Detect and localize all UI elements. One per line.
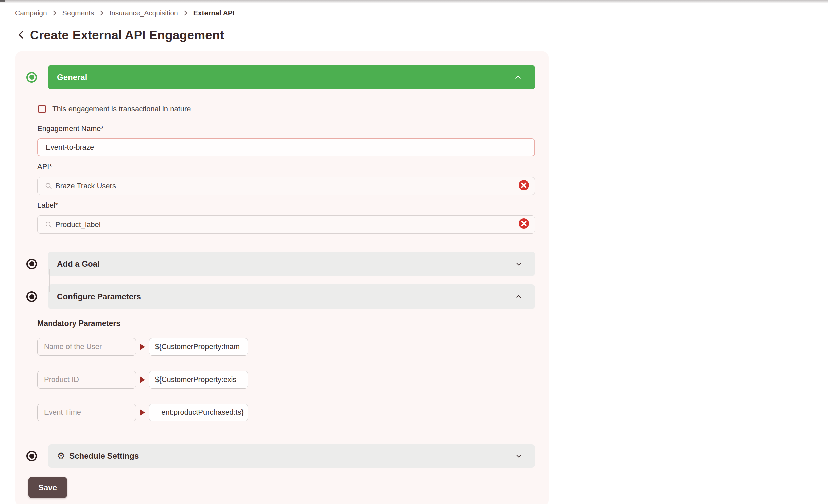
page-title: Create External API Engagement [30, 28, 224, 42]
circle-x-icon [518, 218, 529, 231]
api-clear-button[interactable] [518, 180, 529, 193]
general-step-rail [15, 72, 48, 83]
parameter-name-text: Event Time [44, 408, 81, 417]
transactional-checkbox-row: This engagement is transactional in natu… [37, 104, 535, 114]
parameter-value-input[interactable]: ${CustomerProperty:fnam [149, 338, 248, 356]
transactional-checkbox[interactable] [38, 105, 46, 113]
chevron-up-icon [515, 293, 522, 301]
general-section-header[interactable]: General [48, 65, 535, 89]
parameter-name-input[interactable]: Event Time [37, 404, 136, 421]
chevron-right-icon [184, 10, 188, 16]
breadcrumb: Campaign Segments Insurance_Acquisition … [0, 0, 828, 17]
schedule-section-row: ⚙ Schedule Settings [15, 444, 549, 468]
add-goal-section-row: Add a Goal [15, 252, 549, 276]
api-label: API* [37, 162, 535, 171]
radio-dot [30, 75, 34, 80]
label-field-label: Label* [37, 201, 535, 210]
schedule-step-radio[interactable] [27, 451, 37, 461]
parameter-value-input[interactable]: ${CustomerProperty:exis [149, 371, 248, 388]
chevron-left-icon [17, 29, 25, 41]
transactional-checkbox-label: This engagement is transactional in natu… [52, 105, 191, 113]
parameter-name-input[interactable]: Product ID [37, 371, 136, 388]
configure-parameters-section-row: Configure Parameters [15, 284, 549, 309]
chevron-up-icon [513, 73, 522, 82]
radio-dot [30, 261, 34, 266]
chevron-right-icon [99, 10, 104, 16]
parameter-row: Event Time ent:productPurchased:ts} [37, 403, 535, 421]
breadcrumb-insurance-acquisition[interactable]: Insurance_Acquisition [109, 9, 178, 17]
engagement-form-panel: General This engagement is transactional… [15, 51, 549, 504]
back-button[interactable] [17, 29, 25, 41]
chevron-down-icon [515, 260, 522, 268]
api-selected-value: Braze Track Users [55, 182, 116, 190]
search-icon [45, 182, 53, 190]
breadcrumb-external-api: External API [194, 9, 235, 17]
chevron-down-icon [515, 452, 522, 460]
add-goal-section-title: Add a Goal [57, 259, 99, 269]
label-select-input[interactable]: Product_label [37, 215, 535, 234]
add-goal-step-rail [15, 259, 48, 269]
label-selected-value: Product_label [55, 220, 100, 229]
engagement-name-value: Event-to-braze [46, 143, 94, 151]
arrow-right-icon [136, 376, 149, 383]
chevron-right-icon [53, 10, 57, 16]
parameter-name-text: Product ID [44, 375, 79, 384]
step-connector [15, 276, 549, 284]
mandatory-parameters-label: Mandatory Parameters [37, 319, 535, 328]
gear-clock-icon: ⚙ [57, 452, 65, 461]
breadcrumb-segments[interactable]: Segments [63, 9, 94, 17]
breadcrumb-campaign[interactable]: Campaign [15, 9, 47, 17]
configure-parameters-section-title: Configure Parameters [57, 292, 141, 302]
parameter-value-input[interactable]: ent:productPurchased:ts} [149, 404, 248, 421]
general-step-radio[interactable] [27, 72, 37, 83]
circle-x-icon [518, 180, 529, 193]
parameter-name-text: Name of the User [44, 342, 101, 351]
parameter-row: Product ID ${CustomerProperty:exis [37, 370, 535, 388]
add-goal-step-radio[interactable] [27, 259, 37, 269]
radio-dot [30, 294, 34, 300]
add-goal-section-header[interactable]: Add a Goal [48, 252, 535, 276]
general-section-title: General [57, 73, 87, 82]
engagement-name-input[interactable]: Event-to-braze [37, 138, 535, 156]
arrow-right-icon [136, 343, 149, 351]
schedule-section-title: Schedule Settings [69, 451, 139, 461]
engagement-name-label: Engagement Name* [37, 124, 535, 133]
general-section-row: General [15, 65, 549, 89]
parameter-value-text: ${CustomerProperty:fnam [155, 342, 240, 351]
parameter-value-text: ${CustomerProperty:exis [155, 375, 236, 384]
configure-parameters-step-rail [15, 291, 48, 302]
schedule-step-rail [15, 451, 48, 461]
parameter-name-input[interactable]: Name of the User [37, 338, 136, 356]
radio-dot [30, 454, 34, 459]
save-button[interactable]: Save [29, 477, 67, 498]
configure-parameters-step-radio[interactable] [27, 291, 37, 302]
label-clear-button[interactable] [518, 218, 529, 231]
parameter-value-text: ent:productPurchased:ts} [161, 408, 244, 417]
configure-parameters-section-header[interactable]: Configure Parameters [48, 284, 535, 309]
schedule-section-header[interactable]: ⚙ Schedule Settings [48, 444, 535, 468]
search-icon [45, 221, 53, 229]
arrow-right-icon [136, 409, 149, 416]
api-select-input[interactable]: Braze Track Users [37, 177, 535, 195]
parameter-row: Name of the User ${CustomerProperty:fnam [37, 338, 535, 356]
